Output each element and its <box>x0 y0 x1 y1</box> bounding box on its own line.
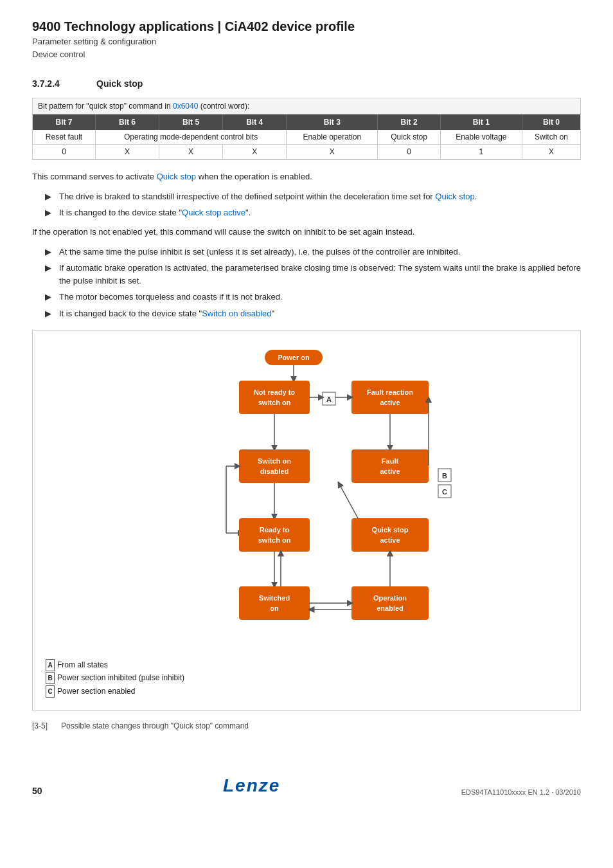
cell-quick-stop: Quick stop <box>378 130 440 145</box>
legend-text-b: Power section inhibited (pulse inhibit) <box>57 671 184 684</box>
rso-label1: Ready to <box>260 526 290 534</box>
col-bit2: Bit 2 <box>378 114 440 130</box>
c-label: C <box>442 488 447 496</box>
diagram-svg-wrap: Power on Not ready to switch on Fault re… <box>46 343 567 652</box>
fault-reaction-node <box>351 381 429 414</box>
sod-label1: Switch on <box>258 457 291 465</box>
cell-val-x4: X <box>287 145 378 159</box>
cell-enable-op: Enable operation <box>287 130 378 145</box>
qsa-label1: Quick stop <box>372 526 409 534</box>
page-number: 50 <box>32 786 42 796</box>
ready-to-switch-on-node <box>239 518 310 552</box>
paragraph2: If the operation is not enabled yet, thi… <box>32 226 581 239</box>
bullet-arrow-5: ▶ <box>45 291 54 303</box>
bullet-list-2: ▶ At the same time the pulse inhibit is … <box>45 246 581 320</box>
bit-pattern-table: Bit 7 Bit 6 Bit 5 Bit 4 Bit 3 Bit 2 Bit … <box>33 114 580 159</box>
quick-stop-link2[interactable]: Quick stop <box>435 192 474 201</box>
bullet-text-5: The motor becomes torqueless and coasts … <box>59 291 283 303</box>
bullet-text-1: The drive is braked to standstill irresp… <box>59 190 477 203</box>
table-row-labels: Reset fault Operating mode-dependent con… <box>33 130 580 145</box>
cell-enable-voltage: Enable voltage <box>440 130 522 145</box>
not-ready-label2: switch on <box>258 399 291 406</box>
col-bit1: Bit 1 <box>440 114 522 130</box>
operation-enabled-node <box>351 586 429 620</box>
cell-val-0b: 0 <box>378 145 440 159</box>
bit-pattern-table-wrapper: Bit pattern for "quick stop" command in … <box>32 98 581 160</box>
bullet-arrow-4: ▶ <box>45 262 54 287</box>
power-on-label: Power on <box>278 354 310 361</box>
bullet-list-1: ▶ The drive is braked to standstill irre… <box>45 190 581 219</box>
sod-label2: disabled <box>260 467 289 475</box>
figure-ref: [3-5] <box>32 721 55 730</box>
col-bit4: Bit 4 <box>223 114 287 130</box>
col-bit0: Bit 0 <box>522 114 580 130</box>
legend-key-b: B <box>46 672 55 684</box>
bullet-item-6: ▶ It is changed back to the device state… <box>45 307 581 320</box>
fault-active-label1: Fault <box>382 457 399 465</box>
qsa-label2: active <box>380 536 400 544</box>
fault-reaction-label2: active <box>380 399 400 406</box>
bullet-arrow-1: ▶ <box>45 190 54 203</box>
so-label1: Switched <box>259 594 290 602</box>
legend-key-a: A <box>46 659 55 671</box>
diagram-legend: A From all states B Power section inhibi… <box>46 658 567 698</box>
oe-label1: Operation <box>373 594 407 602</box>
legend-text-a: From all states <box>57 658 108 671</box>
legend-text-c: Power section enabled <box>57 685 135 698</box>
legend-key-c: C <box>46 685 55 698</box>
section-number: 3.7.2.4 <box>32 78 77 89</box>
main-title: 9400 Technology applications | CiA402 de… <box>32 19 581 34</box>
cell-val-x5: X <box>522 145 580 159</box>
subtitle-line2: Device control <box>32 48 581 61</box>
bullet-item-1: ▶ The drive is braked to standstill irre… <box>45 190 581 203</box>
quick-stop-active-node <box>351 518 429 552</box>
table-row-values: 0 X X X X 0 1 X <box>33 145 580 159</box>
bullet-text-4: If automatic brake operation is activate… <box>59 262 581 287</box>
col-bit7: Bit 7 <box>33 114 96 130</box>
not-ready-label1: Not ready to <box>254 388 295 396</box>
col-bit5: Bit 5 <box>159 114 223 130</box>
cell-val-x2: X <box>159 145 223 159</box>
cell-val-x3: X <box>223 145 287 159</box>
switch-on-disabled-link[interactable]: Switch on disabled <box>202 309 271 318</box>
page-footer: 50 Lenze EDS94TA11010xxxx EN 1.2 · 03/20… <box>32 769 581 796</box>
a-label: A <box>326 395 332 403</box>
rso-label2: switch on <box>258 536 291 544</box>
switch-on-disabled-node <box>239 449 310 483</box>
cell-op-mode-span: Operating mode-dependent control bits <box>96 130 287 145</box>
bullet-item-5: ▶ The motor becomes torqueless and coast… <box>45 291 581 303</box>
cell-val-1: 1 <box>440 145 522 159</box>
not-ready-node <box>239 381 310 414</box>
bullet-arrow-3: ▶ <box>45 246 54 258</box>
doc-ref: EDS94TA11010xxxx EN 1.2 · 03/2010 <box>461 788 581 796</box>
cell-val-0: 0 <box>33 145 96 159</box>
caption-link[interactable]: 0x6040 <box>173 102 198 111</box>
subtitle-line1: Parameter setting & configuration <box>32 35 581 48</box>
fault-active-label2: active <box>380 467 400 475</box>
bullet-arrow-6: ▶ <box>45 307 54 320</box>
oe-label2: enabled <box>377 604 404 612</box>
state-diagram-svg: Power on Not ready to switch on Fault re… <box>139 343 474 652</box>
state-diagram-container: Power on Not ready to switch on Fault re… <box>32 330 581 711</box>
legend-item-a: A From all states <box>46 658 567 671</box>
cell-val-x1: X <box>96 145 159 159</box>
figure-caption: [3-5] Possible state changes through "Qu… <box>32 721 581 730</box>
bullet-text-3: At the same time the pulse inhibit is se… <box>59 246 460 258</box>
fault-reaction-label1: Fault reaction <box>367 388 413 396</box>
so-label2: on <box>270 604 279 612</box>
bullet-item-3: ▶ At the same time the pulse inhibit is … <box>45 246 581 258</box>
bullet-text-2: It is changed to the device state "Quick… <box>59 206 251 219</box>
table-caption: Bit pattern for "quick stop" command in … <box>33 98 580 114</box>
bullet-arrow-2: ▶ <box>45 206 54 219</box>
b-label: B <box>442 472 447 480</box>
quick-stop-link1[interactable]: Quick stop <box>157 172 196 181</box>
switched-on-node <box>239 586 310 620</box>
col-bit6: Bit 6 <box>96 114 159 130</box>
fault-active-node <box>351 449 429 483</box>
figure-text: Possible state changes through "Quick st… <box>61 721 249 730</box>
cell-reset-fault: Reset fault <box>33 130 96 145</box>
quick-stop-active-link[interactable]: Quick stop active <box>182 208 245 217</box>
paragraph1: This command serves to activate Quick st… <box>32 170 581 184</box>
brand-logo: Lenze <box>223 775 280 796</box>
bullet-text-6: It is changed back to the device state "… <box>59 307 274 320</box>
